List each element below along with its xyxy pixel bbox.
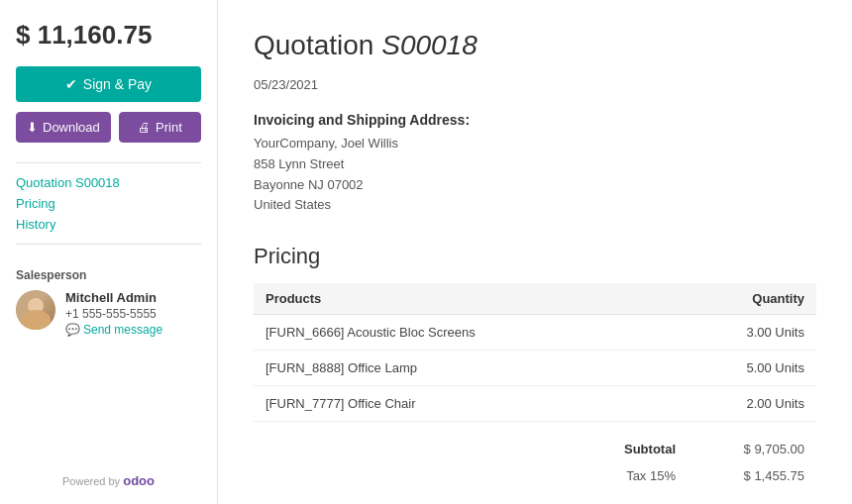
download-icon: ⬇ <box>27 120 38 135</box>
main-content: Quotation S00018 05/23/2021 Invoicing an… <box>218 0 852 504</box>
product-name: [FURN_7777] Office Chair <box>254 386 671 422</box>
salesperson-section: Salesperson Mitchell Admin +1 555-555-55… <box>16 268 201 337</box>
address-line-2: 858 Lynn Street <box>254 154 816 175</box>
subtotal-row: Subtotal $ 9,705.00 <box>254 438 804 460</box>
chat-icon: 💬 <box>65 323 80 337</box>
product-name: [FURN_8888] Office Lamp <box>254 351 671 386</box>
subtotal-label: Subtotal <box>596 442 676 456</box>
address-label: Invoicing and Shipping Address: <box>254 112 816 128</box>
address-line-1: YourCompany, Joel Willis <box>254 134 816 154</box>
avatar <box>16 290 55 330</box>
avatar-image <box>16 290 55 330</box>
send-message-label: Send message <box>83 323 162 337</box>
checkmark-icon: ✔ <box>65 76 77 92</box>
sidebar-item-history[interactable]: History <box>16 217 201 232</box>
table-row: [FURN_6666] Acoustic Bloc Screens 3.00 U… <box>254 315 816 351</box>
product-quantity: 2.00 Units <box>671 386 816 422</box>
powered-by-label: Powered by <box>62 475 120 487</box>
totals-section: Subtotal $ 9,705.00 Tax 15% $ 1,455.75 T… <box>254 438 816 504</box>
download-label: Download <box>43 120 100 135</box>
salesperson-phone: +1 555-555-5555 <box>65 307 162 321</box>
salesperson-name: Mitchell Admin <box>65 290 162 305</box>
table-row: [FURN_7777] Office Chair 2.00 Units <box>254 386 816 422</box>
address-line-4: United States <box>254 195 816 216</box>
print-icon: 🖨 <box>138 120 151 135</box>
quotation-date: 05/23/2021 <box>254 77 816 92</box>
sidebar-nav: Quotation S00018 Pricing History <box>16 162 201 245</box>
product-name: [FURN_6666] Acoustic Bloc Screens <box>254 315 671 351</box>
sidebar-item-quotation[interactable]: Quotation S00018 <box>16 175 201 190</box>
product-quantity: 3.00 Units <box>671 315 816 351</box>
salesperson-heading: Salesperson <box>16 268 201 282</box>
quotation-title: Quotation S00018 <box>254 30 816 61</box>
action-buttons-row: ⬇ Download 🖨 Print <box>16 112 201 143</box>
address-section: Invoicing and Shipping Address: YourComp… <box>254 112 816 216</box>
amount-display: $ 11,160.75 <box>16 20 201 50</box>
sign-and-pay-button[interactable]: ✔ Sign & Pay <box>16 66 201 102</box>
sign-pay-label: Sign & Pay <box>83 76 152 92</box>
salesperson-details: Mitchell Admin +1 555-555-5555 💬 Send me… <box>65 290 162 337</box>
pricing-table: Products Quantity [FURN_6666] Acoustic B… <box>254 283 816 422</box>
col-header-products: Products <box>254 283 671 315</box>
print-label: Print <box>156 120 182 135</box>
address-line-3: Bayonne NJ 07002 <box>254 175 816 196</box>
col-header-quantity: Quantity <box>671 283 816 315</box>
pricing-section-title: Pricing <box>254 244 816 269</box>
table-header-row: Products Quantity <box>254 283 816 315</box>
product-quantity: 5.00 Units <box>671 351 816 386</box>
powered-by: Powered by odoo <box>16 457 201 488</box>
quotation-title-number: S00018 <box>381 30 478 60</box>
tax-label: Tax 15% <box>596 468 676 483</box>
send-message-link[interactable]: 💬 Send message <box>65 323 162 337</box>
address-text: YourCompany, Joel Willis 858 Lynn Street… <box>254 134 816 216</box>
quotation-title-prefix: Quotation <box>254 30 381 60</box>
tax-row: Tax 15% $ 1,455.75 <box>254 464 804 487</box>
salesperson-info: Mitchell Admin +1 555-555-5555 💬 Send me… <box>16 290 201 337</box>
tax-value: $ 1,455.75 <box>715 468 804 483</box>
subtotal-value: $ 9,705.00 <box>715 442 804 456</box>
sidebar-item-pricing[interactable]: Pricing <box>16 196 201 211</box>
table-row: [FURN_8888] Office Lamp 5.00 Units <box>254 351 816 386</box>
sidebar: $ 11,160.75 ✔ Sign & Pay ⬇ Download 🖨 Pr… <box>0 0 218 504</box>
print-button[interactable]: 🖨 Print <box>119 112 201 143</box>
download-button[interactable]: ⬇ Download <box>16 112 111 143</box>
odoo-logo: odoo <box>123 473 155 488</box>
